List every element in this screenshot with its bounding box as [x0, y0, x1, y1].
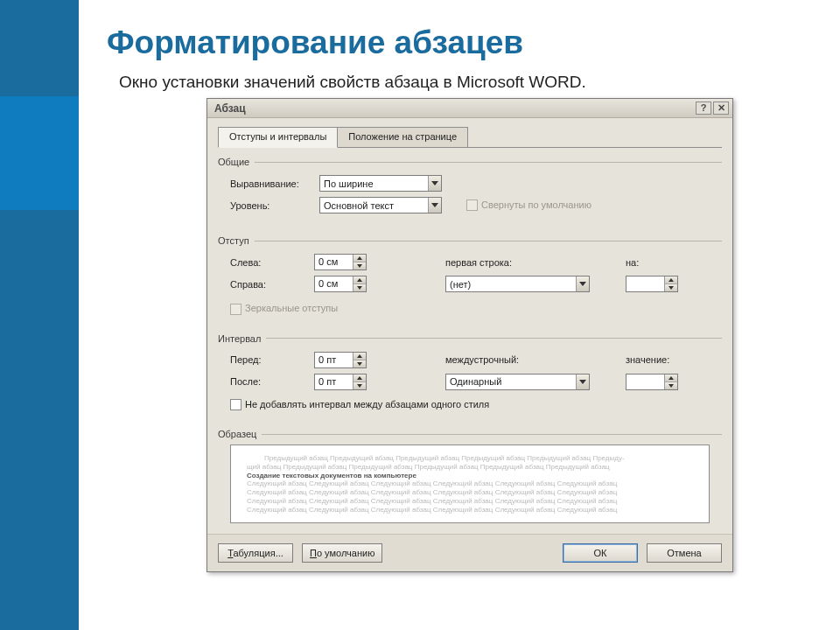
- tab-page-position[interactable]: Положение на странице: [337, 127, 468, 148]
- caret-down-icon[interactable]: [354, 262, 366, 270]
- first-line-label: первая строка:: [445, 257, 512, 268]
- line-spacing-label: междустрочный:: [445, 354, 519, 365]
- indent-by-input[interactable]: [626, 276, 678, 292]
- caret-down-icon[interactable]: [354, 382, 366, 389]
- ok-button[interactable]: ОК: [563, 543, 638, 563]
- spacing-after-label: После:: [230, 376, 314, 387]
- indent-right-label: Справа:: [230, 279, 314, 290]
- page-subtitle: Окно установки значений свойств абзаца в…: [119, 73, 586, 92]
- chevron-down-icon[interactable]: [576, 374, 589, 389]
- spacing-after-input[interactable]: 0 пт: [314, 374, 367, 390]
- line-spacing-combo[interactable]: Одинарный: [445, 374, 590, 390]
- chevron-down-icon[interactable]: [428, 198, 441, 213]
- caret-down-icon[interactable]: [665, 382, 677, 389]
- caret-down-icon[interactable]: [665, 284, 677, 291]
- cancel-button[interactable]: Отмена: [647, 543, 722, 563]
- group-sample: Образец Предыдущий абзац Предыдущий абза…: [218, 429, 722, 523]
- dialog-title: Абзац: [214, 102, 246, 115]
- page-title: Форматирование абзацев: [107, 24, 523, 61]
- alignment-combo[interactable]: По ширине: [319, 175, 442, 192]
- tabs-button[interactable]: Табуляция...: [218, 543, 293, 563]
- close-button[interactable]: ✕: [713, 102, 729, 115]
- mirror-indents-checkbox: Зеркальные отступы: [230, 303, 338, 315]
- caret-up-icon[interactable]: [354, 353, 366, 360]
- first-line-combo[interactable]: (нет): [445, 276, 590, 292]
- group-spacing: Интервал Перед: 0 пт междустрочный: знач…: [218, 333, 722, 414]
- tab-strip: Отступы и интервалы Положение на страниц…: [218, 127, 722, 148]
- caret-up-icon[interactable]: [354, 374, 366, 382]
- dialog-titlebar[interactable]: Абзац ? ✕: [207, 99, 732, 118]
- sample-preview: Предыдущий абзац Предыдущий абзац Предыд…: [230, 444, 710, 523]
- spacing-before-input[interactable]: 0 пт: [314, 352, 367, 368]
- caret-up-icon[interactable]: [354, 276, 366, 284]
- default-button[interactable]: По умолчанию: [302, 543, 382, 563]
- chevron-down-icon[interactable]: [576, 276, 589, 291]
- dialog-footer: Табуляция... По умолчанию ОК Отмена: [207, 534, 732, 571]
- caret-up-icon[interactable]: [665, 276, 677, 284]
- spacing-at-label: значение:: [626, 354, 669, 365]
- no-space-checkbox[interactable]: Не добавлять интервал между абзацами одн…: [230, 399, 489, 411]
- group-general: Общие Выравнивание: По ширине Уровень: О…: [218, 157, 722, 216]
- level-combo[interactable]: Основной текст: [319, 197, 442, 214]
- indent-by-label: на:: [626, 257, 639, 268]
- group-indent: Отступ Слева: 0 см первая строка: на:: [218, 235, 722, 318]
- group-general-label: Общие: [218, 157, 249, 167]
- collapsed-checkbox: Свернуты по умолчанию: [466, 200, 592, 212]
- level-label: Уровень:: [230, 200, 314, 211]
- sidebar-top: [0, 0, 79, 96]
- caret-up-icon[interactable]: [354, 255, 366, 262]
- alignment-label: Выравнивание:: [230, 178, 314, 189]
- caret-down-icon[interactable]: [354, 284, 366, 291]
- tab-indents-spacing[interactable]: Отступы и интервалы: [218, 127, 338, 148]
- sidebar-accent: [0, 96, 79, 210]
- help-button[interactable]: ?: [696, 102, 711, 115]
- group-indent-label: Отступ: [218, 235, 249, 246]
- paragraph-dialog: Абзац ? ✕ Отступы и интервалы Положение …: [206, 98, 733, 572]
- indent-left-label: Слева:: [230, 257, 314, 268]
- slide-sidebar: [0, 0, 79, 630]
- indent-left-input[interactable]: 0 см: [314, 254, 367, 270]
- spacing-before-label: Перед:: [230, 354, 314, 365]
- caret-up-icon[interactable]: [665, 374, 677, 382]
- group-sample-label: Образец: [218, 429, 256, 439]
- indent-right-input[interactable]: 0 см: [314, 276, 367, 292]
- spacing-at-input[interactable]: [626, 374, 678, 390]
- group-spacing-label: Интервал: [218, 333, 261, 344]
- caret-down-icon[interactable]: [354, 360, 366, 368]
- chevron-down-icon[interactable]: [428, 176, 441, 191]
